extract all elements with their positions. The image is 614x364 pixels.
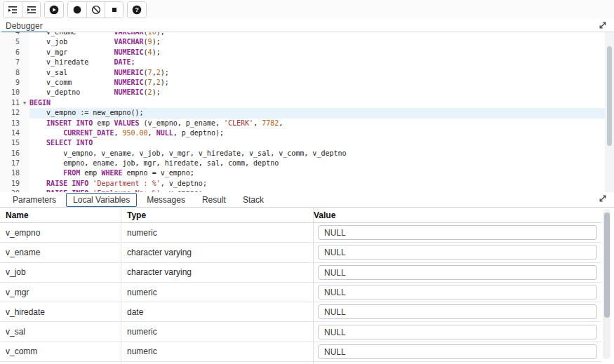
variable-value-input[interactable]: NULL bbox=[318, 225, 597, 240]
line-gutter[interactable]: 11▼ bbox=[0, 98, 29, 108]
tab-parameters[interactable]: Parameters bbox=[6, 193, 63, 207]
line-gutter[interactable]: 7 bbox=[0, 58, 29, 67]
table-row: v_empnonumericNULL bbox=[0, 223, 601, 243]
code-line-16[interactable]: 16 v_empno, v_ename, v_job, v_mgr, v_hir… bbox=[0, 149, 614, 159]
expand-icon bbox=[598, 22, 608, 32]
toolbar-button-step-into[interactable] bbox=[4, 2, 22, 18]
no-symbol-icon bbox=[91, 4, 102, 15]
panel-expand-button[interactable] bbox=[597, 194, 608, 203]
code-editor[interactable]: 4 v_ename VARCHAR(10);5 v_job VARCHAR(9)… bbox=[0, 32, 614, 192]
bottom-panel-tabbar: ParametersLocal VariablesMessagesResultS… bbox=[0, 192, 614, 208]
fold-gutter bbox=[20, 88, 29, 97]
table-row: v_mgrnumericNULL bbox=[0, 283, 601, 302]
line-gutter[interactable]: 18 bbox=[0, 168, 29, 178]
toolbar-button-clear-all-breakpoints[interactable] bbox=[86, 2, 105, 18]
variable-name: v_hiredate bbox=[0, 302, 121, 321]
variable-value-input[interactable]: NULL bbox=[318, 344, 597, 359]
tab-local-variables[interactable]: Local Variables bbox=[66, 193, 137, 207]
line-number: 9 bbox=[0, 78, 20, 88]
code-text: v_hiredate DATE; bbox=[29, 58, 614, 67]
line-number: 5 bbox=[0, 37, 20, 47]
editor-expand-button[interactable] bbox=[597, 20, 608, 30]
table-scrollbar-thumb[interactable] bbox=[604, 213, 610, 318]
code-line-17[interactable]: 17 empno, ename, job, mgr, hiredate, sal… bbox=[0, 159, 614, 168]
fold-gutter bbox=[20, 179, 29, 189]
code-line-19[interactable]: 19 RAISE INFO 'Department : %', v_deptno… bbox=[0, 179, 614, 189]
code-line-5[interactable]: 5 v_job VARCHAR(9); bbox=[0, 37, 614, 47]
fold-gutter bbox=[20, 149, 29, 159]
line-gutter[interactable]: 15 bbox=[0, 138, 29, 148]
line-gutter[interactable]: 19 bbox=[0, 179, 29, 189]
variable-value-cell: NULL bbox=[314, 263, 601, 282]
toolbar-button-help[interactable]: ? bbox=[128, 2, 146, 18]
variable-type: numeric bbox=[121, 223, 314, 242]
fold-marker-icon[interactable]: ▼ bbox=[20, 98, 29, 108]
variable-value-input[interactable]: NULL bbox=[318, 325, 597, 339]
code-line-14[interactable]: 14 CURRENT_DATE, 950.00, NULL, p_deptno)… bbox=[0, 128, 614, 138]
toolbar-button-step-over[interactable] bbox=[22, 2, 40, 18]
code-line-12[interactable]: 12 v_empno := new_empno(); bbox=[0, 108, 614, 118]
line-gutter[interactable]: 6 bbox=[0, 48, 29, 58]
column-header-name[interactable]: Name bbox=[0, 208, 121, 222]
line-gutter[interactable]: 5 bbox=[0, 37, 29, 47]
code-text: v_empno, v_ename, v_job, v_mgr, v_hireda… bbox=[29, 149, 614, 159]
line-gutter[interactable]: 17 bbox=[0, 159, 29, 168]
line-number: 10 bbox=[0, 88, 20, 97]
toolbar-button-group bbox=[3, 1, 41, 18]
table-scrollbar[interactable] bbox=[603, 209, 610, 359]
tab-messages[interactable]: Messages bbox=[140, 193, 192, 207]
line-number: 4 bbox=[0, 32, 20, 37]
line-gutter[interactable]: 13 bbox=[0, 119, 29, 128]
variable-value-cell: NULL bbox=[314, 302, 601, 321]
line-gutter[interactable]: 16 bbox=[0, 149, 29, 159]
line-gutter[interactable]: 12 bbox=[0, 108, 29, 118]
code-text: v_comm NUMERIC(7,2); bbox=[29, 78, 614, 88]
variable-value-input[interactable]: NULL bbox=[318, 304, 597, 319]
line-gutter[interactable]: 4 bbox=[0, 32, 29, 37]
play-circle-icon bbox=[48, 4, 60, 15]
code-text: v_ename VARCHAR(10); bbox=[29, 32, 614, 37]
tab-stack[interactable]: Stack bbox=[236, 193, 271, 207]
editor-scrollbar-thumb[interactable] bbox=[607, 46, 612, 146]
line-gutter[interactable]: 9 bbox=[0, 78, 29, 88]
variable-name: v_comm bbox=[0, 342, 121, 361]
variable-type: character varying bbox=[121, 243, 314, 262]
table-row: v_jobcharacter varyingNULL bbox=[0, 263, 601, 283]
editor-scrollbar[interactable] bbox=[605, 32, 614, 192]
line-number: 11 bbox=[0, 98, 20, 108]
variable-type: character varying bbox=[121, 263, 314, 282]
line-gutter[interactable]: 8 bbox=[0, 68, 29, 78]
column-header-value[interactable]: Value bbox=[314, 208, 601, 222]
table-row: v_salnumericNULL bbox=[0, 322, 601, 342]
variable-value-input[interactable]: NULL bbox=[318, 265, 597, 280]
line-gutter[interactable]: 10 bbox=[0, 88, 29, 97]
fold-gutter bbox=[20, 138, 29, 148]
toolbar-button-toggle-breakpoint[interactable] bbox=[68, 2, 86, 18]
table-body: v_empnonumericNULLv_enamecharacter varyi… bbox=[0, 223, 601, 364]
toolbar-button-stop[interactable] bbox=[105, 2, 123, 18]
tab-result[interactable]: Result bbox=[195, 193, 233, 207]
variable-value-input[interactable]: NULL bbox=[318, 285, 597, 299]
debugger-window: ? Debugger 4 v_ename VARCHAR(10);5 v_job… bbox=[0, 0, 614, 364]
code-line-13[interactable]: 13 INSERT INTO emp VALUES (v_empno, p_en… bbox=[0, 119, 614, 128]
line-number: 18 bbox=[0, 168, 20, 178]
code-line-4[interactable]: 4 v_ename VARCHAR(10); bbox=[0, 32, 614, 37]
code-line-15[interactable]: 15 SELECT INTO bbox=[0, 138, 614, 148]
code-line-6[interactable]: 6 v_mgr NUMERIC(4); bbox=[0, 48, 614, 58]
code-line-18[interactable]: 18 FROM emp WHERE empno = v_empno; bbox=[0, 168, 614, 178]
fold-gutter bbox=[20, 108, 29, 118]
code-line-8[interactable]: 8 v_sal NUMERIC(7,2); bbox=[0, 68, 614, 78]
line-gutter[interactable]: 14 bbox=[0, 128, 29, 138]
step-over-icon bbox=[26, 4, 37, 15]
toolbar-button-continue[interactable] bbox=[45, 2, 63, 18]
code-text: FROM emp WHERE empno = v_empno; bbox=[29, 168, 614, 178]
variable-value-input[interactable]: NULL bbox=[318, 245, 597, 259]
toolbar-button-group bbox=[44, 1, 64, 18]
variable-name: v_job bbox=[0, 263, 121, 282]
code-line-7[interactable]: 7 v_hiredate DATE; bbox=[0, 58, 614, 67]
column-header-type[interactable]: Type bbox=[121, 208, 314, 222]
fold-gutter bbox=[20, 48, 29, 58]
code-line-10[interactable]: 10 v_deptno NUMERIC(2); bbox=[0, 88, 614, 97]
code-line-9[interactable]: 9 v_comm NUMERIC(7,2); bbox=[0, 78, 614, 88]
code-line-11[interactable]: 11▼BEGIN bbox=[0, 98, 614, 108]
